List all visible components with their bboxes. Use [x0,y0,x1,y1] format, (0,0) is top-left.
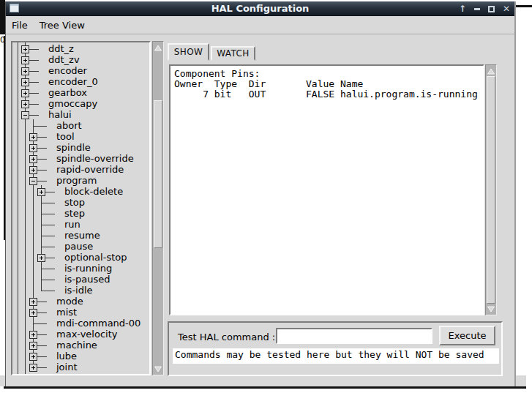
expand-icon-mist[interactable] [29,309,37,317]
tree-item-gearbox[interactable]: gearbox [48,87,87,99]
tree-connector-line [33,126,47,127]
collapse-icon-program[interactable] [29,177,37,185]
tree-scrollbar-thumb[interactable] [154,100,162,248]
tree-connector-line [41,236,55,236]
tree-item-run[interactable]: run [64,219,80,231]
window-title: HAL Configuration [6,3,514,14]
tree-connector-line [18,42,18,374]
expand-icon-gearbox[interactable] [21,89,29,97]
test-command-label: Test HAL command : [178,332,275,343]
tree-item-ddt_zv[interactable]: ddt_zv [48,54,80,66]
tree-item-encoder_0[interactable]: encoder_0 [48,76,98,88]
scroll-down-icon[interactable] [487,304,495,314]
execute-button[interactable]: Execute [439,326,495,345]
tree-connector-line [41,247,55,247]
underlying-window-border-top-right [516,5,532,7]
tree-item-encoder[interactable]: encoder [48,65,87,77]
tree-connector-line [41,214,55,214]
tab-show-label: SHOW [174,47,203,57]
tree-connector-line [41,280,55,280]
tree-item-stop[interactable]: stop [64,197,85,209]
tab-show[interactable]: SHOW [168,43,209,61]
tree-item-optional-stop[interactable]: optional-stop [64,252,127,263]
tab-watch-label: WATCH [217,48,250,59]
test-command-panel: Test HAL command : Execute Commands may … [168,321,503,376]
scroll-down-icon[interactable] [154,364,162,374]
tree-item-max-velocity[interactable]: max-velocity [56,329,117,340]
expand-icon-optional-stop[interactable] [37,254,45,262]
tree-item-tool[interactable]: tool [56,131,75,143]
expand-icon-rapid-override[interactable] [29,166,37,174]
tree-item-mist[interactable]: mist [56,307,77,318]
component-tree: ddt_zddt_zvencoderencoder_0gearboxgmocca… [11,41,151,375]
minimize-icon[interactable] [474,8,480,10]
tree-item-spindle[interactable]: spindle [56,142,91,154]
expand-icon-tool[interactable] [29,133,37,141]
expand-icon-mode[interactable] [29,298,37,306]
tree-connector-line [41,291,55,291]
tree-item-abort[interactable]: abort [56,120,82,132]
scroll-up-icon[interactable] [487,66,495,76]
menubar: File Tree View [6,16,514,34]
tree-connector-line [41,185,42,291]
tree-item-is-paused[interactable]: is-paused [64,274,110,285]
maximize-icon[interactable] [488,6,495,12]
scroll-up-icon[interactable] [154,42,162,53]
output-scrollbar-thumb[interactable] [487,76,495,304]
tree-item-is-idle[interactable]: is-idle [64,285,93,296]
tree-item-lube[interactable]: lube [56,351,77,362]
expand-icon-encoder_0[interactable] [21,78,29,86]
test-command-input[interactable] [276,328,432,344]
tree-item-program[interactable]: program [56,175,97,187]
execute-button-label: Execute [449,330,487,341]
tree-item-resume[interactable]: resume [64,230,100,242]
tree-item-block-delete[interactable]: block-delete [64,186,123,198]
expand-icon-ddt_zv[interactable] [21,56,29,64]
tree-connector-line [41,203,55,203]
titlebar[interactable]: HAL Configuration ↑ ✕ [6,1,514,16]
expand-icon-spindle-override[interactable] [29,155,37,163]
tree-item-mode[interactable]: mode [56,296,83,307]
tree-item-spindle-override[interactable]: spindle-override [56,153,134,165]
window-icon [10,4,19,12]
pin-output-area[interactable]: Component Pins: Owner Type Dir Value Nam… [169,64,484,315]
tree-item-mdi-command-00[interactable]: mdi-command-00 [56,318,141,329]
tree-item-pause[interactable]: pause [64,241,93,252]
tab-watch[interactable]: WATCH [211,46,255,61]
hal-configuration-window: HAL Configuration ↑ ✕ File Tree View ddt… [5,1,516,386]
tree-connector-line [41,269,55,269]
expand-icon-max-velocity[interactable] [29,331,37,339]
tree-scrollbar[interactable] [152,41,164,375]
tree-item-halui[interactable]: halui [48,109,72,121]
expand-icon-gmoccapy[interactable] [21,100,29,108]
expand-icon-spindle[interactable] [29,144,37,152]
shade-up-icon[interactable]: ↑ [459,1,466,16]
command-warning-message: Commands may be tested here but they wil… [173,348,499,364]
expand-icon-machine[interactable] [29,342,37,350]
output-scrollbar[interactable] [485,64,497,315]
tree-item-is-running[interactable]: is-running [64,263,112,274]
collapse-icon-halui[interactable] [21,111,29,119]
tree-item-rapid-override[interactable]: rapid-override [56,164,124,176]
pin-output-text: Component Pins: Owner Type Dir Value Nam… [174,69,478,100]
tree-item-step[interactable]: step [64,208,85,220]
underlying-window-border-top-left [0,0,5,34]
expand-icon-encoder[interactable] [21,67,29,75]
tree-item-joint[interactable]: joint [56,362,78,373]
tree-connector-line [41,225,55,225]
tree-connector-line [33,323,47,324]
tree-item-machine[interactable]: machine [56,340,97,351]
expand-icon-joint[interactable] [29,364,37,372]
tree-item-gmoccapy[interactable]: gmoccapy [48,98,97,110]
menu-file[interactable]: File [6,20,34,31]
menu-tree-view[interactable]: Tree View [34,20,91,31]
close-icon[interactable]: ✕ [503,1,510,16]
expand-icon-lube[interactable] [29,353,37,361]
tree-item-ddt_z[interactable]: ddt_z [48,43,74,55]
underlying-window-border-bottom [4,386,526,389]
expand-icon-block-delete[interactable] [37,188,45,196]
expand-icon-ddt_z[interactable] [21,45,29,53]
tree-rows: ddt_zddt_zvencoderencoder_0gearboxgmocca… [12,42,149,374]
